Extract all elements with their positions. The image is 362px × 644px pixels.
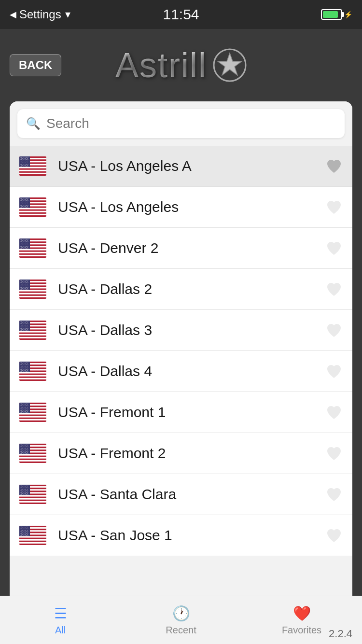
- server-name: USA - Los Angeles A: [58, 158, 325, 174]
- server-name: USA - Dallas 4: [58, 363, 325, 379]
- list-item[interactable]: ★★★★★★★★★★★★★★★★★★★★★★★★★★★★★★★★★★★★★★★★…: [10, 433, 352, 474]
- status-bar: ◀ Settings ▾ 11:54 ⚡: [0, 0, 362, 29]
- svg-rect-471: [19, 498, 46, 500]
- status-right: ⚡: [321, 9, 352, 20]
- app-title-container: Astrill: [115, 45, 247, 85]
- flag-icon: ★★★★★★★★★★★★★★★★★★★★★★★★★★★★★★★★★★★★★★★★…: [19, 238, 46, 258]
- list-item[interactable]: ★★★★★★★★★★★★★★★★★★★★★★★★★★★★★★★★★★★★★★★★…: [10, 269, 352, 310]
- flag-icon: ★★★★★★★★★★★★★★★★★★★★★★★★★★★★★★★★★★★★★★★★…: [19, 280, 46, 299]
- svg-rect-7: [19, 170, 46, 171]
- favorite-icon[interactable]: [325, 322, 343, 339]
- svg-rect-412: [19, 454, 46, 456]
- svg-rect-64: [19, 208, 46, 210]
- svg-rect-413: [19, 457, 46, 459]
- server-name: USA - Dallas 2: [58, 281, 325, 297]
- settings-label: ◀ Settings: [10, 8, 61, 21]
- favorite-icon[interactable]: [325, 239, 343, 257]
- server-name: USA - Dallas 3: [58, 322, 325, 338]
- favorite-icon[interactable]: [325, 280, 343, 298]
- tab-favorites-icon: ❤️: [293, 605, 311, 622]
- main-content: 🔍 ★★★★★★★★★★★★★★★★★★★★★★★★★★★★★★★★★★★★★★…: [10, 101, 352, 604]
- tab-bar: ☰ All 🕐 Recent ❤️ Favorites: [0, 596, 362, 644]
- status-time: 11:54: [163, 6, 199, 23]
- list-item[interactable]: ★★★★★★★★★★★★★★★★★★★★★★★★★★★★★★★★★★★★★★★★…: [10, 228, 352, 269]
- favorite-icon[interactable]: [325, 363, 343, 380]
- favorite-icon[interactable]: [325, 527, 343, 544]
- wifi-icon: ▾: [65, 8, 70, 21]
- tab-favorites-label: Favorites: [282, 625, 321, 636]
- favorite-icon[interactable]: [325, 486, 343, 503]
- svg-rect-530: [19, 542, 46, 544]
- svg-rect-124: [19, 255, 46, 256]
- server-name: USA - Los Angeles: [58, 199, 325, 215]
- search-input[interactable]: [46, 116, 336, 131]
- tab-all[interactable]: ☰ All: [0, 605, 121, 636]
- flag-icon: ★★★★★★★★★★★★★★★★★★★★★★★★★★★★★★★★★★★★★★★★…: [19, 485, 46, 504]
- content-wrapper: 🔍 ★★★★★★★★★★★★★★★★★★★★★★★★★★★★★★★★★★★★★★…: [10, 101, 352, 604]
- svg-rect-123: [19, 252, 46, 253]
- favorite-icon[interactable]: [325, 198, 343, 216]
- server-name: USA - Fremont 1: [58, 404, 325, 420]
- list-item[interactable]: ★★★★★★★★★★★★★★★★★★★★★★★★★★★★★★★★★★★★★★★★…: [10, 310, 352, 351]
- battery-icon: [321, 9, 342, 20]
- svg-rect-181: [19, 293, 46, 294]
- svg-rect-66: [19, 214, 46, 215]
- search-bar: 🔍: [17, 109, 345, 138]
- svg-rect-65: [19, 211, 46, 212]
- svg-rect-182: [19, 296, 46, 297]
- list-item[interactable]: ★★★★★★★★★★★★★★★★★★★★★★★★★★★★★★★★★★★★★★★★…: [10, 351, 352, 392]
- list-item[interactable]: ★★★★★★★★★★★★★★★★★★★★★★★★★★★★★★★★★★★★★★★★…: [10, 392, 352, 433]
- list-item[interactable]: ★★★★★★★★★★★★★★★★★★★★★★★★★★★★★★★★★★★★★★★★…: [10, 187, 352, 228]
- svg-rect-528: [19, 536, 46, 538]
- flag-icon: ★★★★★★★★★★★★★★★★★★★★★★★★★★★★★★★★★★★★★★★★…: [19, 444, 46, 463]
- svg-rect-239: [19, 334, 46, 336]
- svg-rect-356: [19, 419, 46, 420]
- svg-rect-238: [19, 331, 46, 333]
- svg-rect-8: [19, 173, 46, 174]
- app-header: BACK Astrill: [0, 29, 362, 101]
- svg-marker-1: [218, 53, 242, 75]
- battery-indicator: ⚡: [321, 9, 352, 20]
- svg-rect-354: [19, 413, 46, 415]
- battery-bolt-icon: ⚡: [344, 11, 352, 18]
- favorite-icon[interactable]: [325, 404, 343, 421]
- status-left: ◀ Settings ▾: [10, 8, 70, 21]
- tab-recent-label: Recent: [166, 625, 196, 636]
- tab-recent[interactable]: 🕐 Recent: [121, 605, 241, 636]
- svg-rect-180: [19, 290, 46, 292]
- back-button[interactable]: BACK: [10, 54, 61, 76]
- list-item[interactable]: ★★★★★★★★★★★★★★★★★★★★★★★★★★★★★★★★★★★★★★★★…: [10, 515, 352, 556]
- svg-rect-6: [19, 167, 46, 168]
- svg-rect-529: [19, 539, 46, 541]
- server-list: ★★★★★★★★★★★★★★★★★★★★★★★★★★★★★★★★★★★★★★★★…: [10, 146, 352, 556]
- svg-rect-472: [19, 501, 46, 503]
- search-container: 🔍: [10, 101, 352, 146]
- flag-icon: ★★★★★★★★★★★★★★★★★★★★★★★★★★★★★★★★★★★★★★★★…: [19, 403, 46, 422]
- search-icon: 🔍: [26, 117, 41, 130]
- svg-rect-297: [19, 375, 46, 377]
- favorite-icon[interactable]: [325, 157, 343, 175]
- flag-icon: ★★★★★★★★★★★★★★★★★★★★★★★★★★★★★★★★★★★★★★★★…: [19, 321, 46, 340]
- svg-rect-470: [19, 495, 46, 497]
- tab-all-label: All: [55, 625, 66, 636]
- tab-all-icon: ☰: [54, 605, 67, 622]
- tab-recent-icon: 🕐: [172, 605, 190, 622]
- svg-rect-122: [19, 249, 46, 251]
- server-name: USA - San Jose 1: [58, 527, 325, 544]
- version-text: 2.2.4: [329, 628, 352, 640]
- list-item[interactable]: ★★★★★★★★★★★★★★★★★★★★★★★★★★★★★★★★★★★★★★★★…: [10, 146, 352, 187]
- list-item[interactable]: ★★★★★★★★★★★★★★★★★★★★★★★★★★★★★★★★★★★★★★★★…: [10, 474, 352, 515]
- battery-fill: [323, 11, 338, 18]
- server-name: USA - Denver 2: [58, 240, 325, 256]
- favorite-icon[interactable]: [325, 445, 343, 462]
- flag-icon: ★★★★★★★★★★★★★★★★★★★★★★★★★★★★★★★★★★★★★★★★…: [19, 197, 46, 217]
- svg-rect-296: [19, 372, 46, 374]
- star-logo-icon: [213, 48, 247, 82]
- svg-rect-240: [19, 337, 46, 338]
- svg-rect-414: [19, 460, 46, 462]
- server-name: USA - Santa Clara: [58, 486, 325, 503]
- server-name: USA - Fremont 2: [58, 445, 325, 462]
- app-title: Astrill: [115, 45, 207, 85]
- flag-icon: ★★★★★★★★★★★★★★★★★★★★★★★★★★★★★★★★★★★★★★★★…: [19, 526, 46, 545]
- flag-icon: ★★★★★★★★★★★★★★★★★★★★★★★★★★★★★★★★★★★★★★★★…: [19, 362, 46, 381]
